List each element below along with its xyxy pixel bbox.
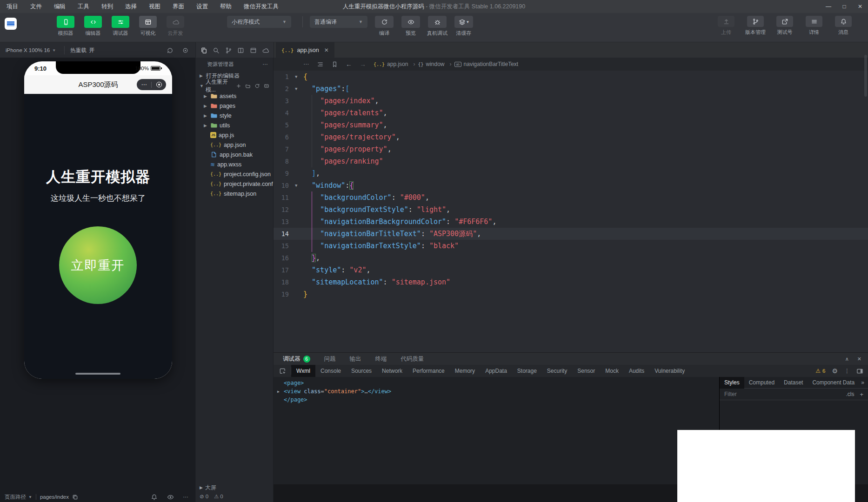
maximize-button[interactable]: □ [836,0,852,13]
styles-tab-Component Data[interactable]: Component Data [808,377,859,389]
tree-item-utils[interactable]: ▶utils [196,120,273,130]
menu-视图[interactable]: 视图 [149,3,160,11]
wxml-tree-pane[interactable]: <page>▶<view class="container">…</view><… [274,377,719,484]
collapse-panel-icon[interactable]: ∧ [845,356,849,362]
add-style-button[interactable]: + [860,391,863,398]
breadcrumb-item-navigationBarTitleText[interactable]: abnavigationBarTitleText [454,61,519,67]
menu-项目[interactable]: 项目 [7,3,18,11]
minimize-button[interactable]: — [821,0,836,13]
debugger-tab-代码质量[interactable]: 代码质量 [401,355,424,363]
devtools-tab-Mock[interactable]: Mock [600,365,624,377]
nav-back-icon[interactable]: ← [346,60,352,68]
problems-counter[interactable]: ⊘0 ⚠0 [196,493,273,502]
menu-工具[interactable]: 工具 [78,3,89,11]
styles-tab-Dataset[interactable]: Dataset [779,377,808,389]
menu-文件[interactable]: 文件 [30,3,42,11]
fold-chevron-icon[interactable]: ▼ [295,183,303,188]
menu-转到[interactable]: 转到 [101,3,113,11]
debugger-tab-终端[interactable]: 终端 [375,355,387,363]
code-editor[interactable]: 1▼{2▼ "pages":[3 "pages/index",4 "pages/… [274,71,868,300]
devtools-tab-Sources[interactable]: Sources [346,365,377,377]
tree-item-app.json.bak[interactable]: app.json.bak [196,150,273,159]
big-screen-section[interactable]: ▶ 大屏 [196,482,273,493]
toolbar-button-上传[interactable]: 上传 [714,16,738,36]
styles-tab-Styles[interactable]: Styles [720,377,744,389]
wxml-node[interactable]: ▶<view class="container">…</view> [274,387,719,396]
menu-设置[interactable]: 设置 [196,3,208,11]
toolbar-button-预览[interactable]: 预览 [401,16,421,37]
toolbar-button-测试号[interactable]: 测试号 [773,16,796,36]
window-icon[interactable] [250,47,257,54]
tab-app-json[interactable]: {..} app.json ✕ [276,42,334,58]
debugger-tab-调试器[interactable]: 调试器6 [283,355,310,363]
breadcrumb-item-app.json[interactable]: {..}app.json› [374,61,415,67]
collapse-icon[interactable] [264,83,269,89]
bookmark-icon[interactable] [331,61,338,68]
tree-item-project.private.config.js...[interactable]: {..}project.private.config.js... [196,179,273,189]
tree-item-style[interactable]: ▶style [196,111,273,120]
menu-微信开发工具[interactable]: 微信开发工具 [244,3,279,11]
capsule-more-button[interactable]: ⋯ [137,81,151,88]
toolbar-button-调试器[interactable]: 调试器 [110,16,131,37]
eye-icon[interactable] [167,494,174,501]
toolbar-button-编辑器[interactable]: 编辑器 [82,16,104,37]
copy-icon[interactable] [72,494,79,501]
close-button[interactable]: ✕ [852,0,868,13]
fold-chevron-icon[interactable]: ▼ [295,74,303,79]
devtools-tab-Performance[interactable]: Performance [407,365,450,377]
gear-icon[interactable]: ⚙ [832,367,838,375]
close-icon[interactable]: ✕ [324,47,329,53]
device-select[interactable]: iPhone X 100% 16 [0,47,50,53]
toolbar-button-版本管理[interactable]: 版本管理 [744,16,767,36]
debugger-tab-输出[interactable]: 输出 [350,355,361,363]
tree-item-app.wxss[interactable]: ≋app.wxss [196,159,273,169]
devtools-tab-Sensor[interactable]: Sensor [572,365,600,377]
tree-item-pages[interactable]: ▶pages [196,101,273,111]
nav-forward-icon[interactable]: → [360,60,366,68]
filter-input[interactable]: Filter [724,391,737,397]
branch-icon[interactable] [225,47,232,54]
devtools-tab-AppData[interactable]: AppData [480,365,512,377]
toolbar-button-云开发[interactable]: 云开发 [165,16,186,37]
breadcrumb-item-window[interactable]: {}window› [418,61,451,67]
search-icon[interactable] [213,47,220,54]
newfolder-icon[interactable] [245,83,251,89]
more-icon[interactable]: ⋯ [263,61,269,67]
toolbar-button-真机调试[interactable]: 真机调试 [427,16,447,37]
cloud-icon[interactable] [262,47,269,54]
close-panel-icon[interactable]: ✕ [857,356,861,362]
rotate-icon[interactable] [167,47,174,54]
toolbar-button-清缓存[interactable]: ▾清缓存 [454,16,474,37]
devtools-tab-Vulnerability[interactable]: Vulnerability [649,365,690,377]
devtools-tab-Storage[interactable]: Storage [512,365,542,377]
hot-reload-toggle[interactable]: 开 [89,47,95,54]
tab-overflow-icon[interactable]: » [861,379,868,386]
outline-icon[interactable] [317,61,324,68]
debugger-tab-问题[interactable]: 问题 [324,355,336,363]
files-icon[interactable] [200,47,207,54]
devtools-tab-Memory[interactable]: Memory [450,365,480,377]
menu-选择[interactable]: 选择 [125,3,137,11]
warning-count-badge[interactable]: ⚠6 [815,368,825,374]
menu-编辑[interactable]: 编辑 [54,3,66,11]
menu-帮助[interactable]: 帮助 [220,3,232,11]
kebab-menu-icon[interactable]: ⋮ [844,368,850,374]
tree-item-project.config.json[interactable]: {..}project.config.json [196,169,273,179]
capsule-close-button[interactable] [152,82,166,87]
devtools-tab-Network[interactable]: Network [377,365,407,377]
toolbar-button-编译[interactable]: 编译 [374,16,394,37]
devtools-tab-Console[interactable]: Console [315,365,346,377]
more-icon[interactable]: ⋯ [183,494,189,500]
refresh2-icon[interactable] [254,83,260,89]
toolbar-button-消息[interactable]: 消息 [832,16,855,36]
bell-icon[interactable] [151,494,158,501]
newfile-icon[interactable] [236,83,241,89]
tree-item-app.json[interactable]: {..}app.json [196,140,273,150]
devtools-tab-Security[interactable]: Security [542,365,572,377]
page-path-label[interactable]: 页面路径 [5,494,26,501]
split-icon[interactable] [237,47,244,54]
toolbar-button-详情[interactable]: 详情 [802,16,826,36]
toolbar-button-可视化[interactable]: 可视化 [137,16,159,37]
cls-toggle-button[interactable]: .cls [846,391,854,397]
tree-item-sitemap.json[interactable]: {..}sitemap.json [196,189,273,198]
